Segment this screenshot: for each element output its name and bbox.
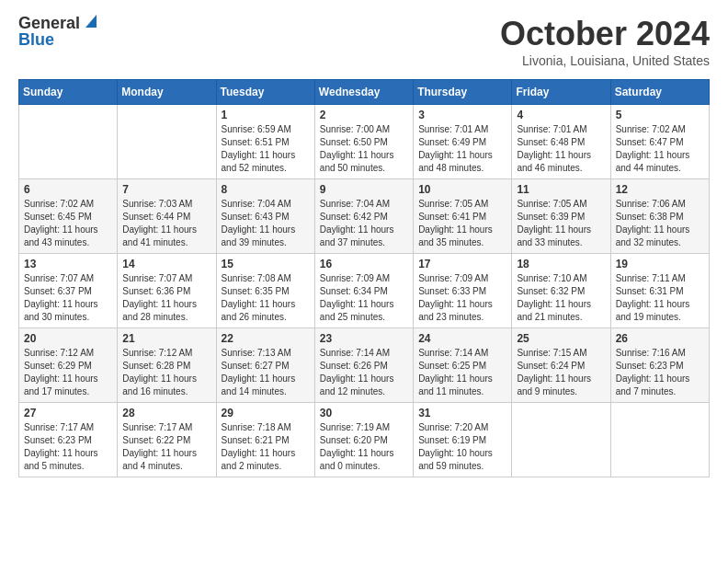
day-info: Sunrise: 7:03 AM Sunset: 6:44 PM Dayligh… <box>122 198 210 249</box>
day-cell-30: 30Sunrise: 7:19 AM Sunset: 6:20 PM Dayli… <box>314 403 413 477</box>
day-info: Sunrise: 7:01 AM Sunset: 6:49 PM Dayligh… <box>418 123 506 175</box>
day-cell-17: 17Sunrise: 7:09 AM Sunset: 6:33 PM Dayli… <box>414 254 512 328</box>
weekday-header-friday: Friday <box>512 80 610 105</box>
day-number: 22 <box>222 332 310 345</box>
day-number: 29 <box>222 407 310 419</box>
week-row-2: 6Sunrise: 7:02 AM Sunset: 6:45 PM Daylig… <box>19 179 710 254</box>
day-info: Sunrise: 7:01 AM Sunset: 6:48 PM Dayligh… <box>517 123 605 175</box>
day-number: 6 <box>24 183 112 196</box>
weekday-header-row: SundayMondayTuesdayWednesdayThursdayFrid… <box>19 80 710 105</box>
day-info: Sunrise: 7:07 AM Sunset: 6:37 PM Dayligh… <box>24 272 112 324</box>
day-cell-19: 19Sunrise: 7:11 AM Sunset: 6:31 PM Dayli… <box>610 254 709 328</box>
title-area: October 2024 Livonia, Louisiana, United … <box>500 15 710 68</box>
day-cell-23: 23Sunrise: 7:14 AM Sunset: 6:26 PM Dayli… <box>314 328 413 403</box>
day-cell-11: 11Sunrise: 7:05 AM Sunset: 6:39 PM Dayli… <box>512 179 610 254</box>
week-row-4: 20Sunrise: 7:12 AM Sunset: 6:29 PM Dayli… <box>19 328 710 403</box>
day-cell-4: 4Sunrise: 7:01 AM Sunset: 6:48 PM Daylig… <box>512 105 610 179</box>
day-cell-28: 28Sunrise: 7:17 AM Sunset: 6:22 PM Dayli… <box>118 403 216 477</box>
day-info: Sunrise: 7:02 AM Sunset: 6:45 PM Dayligh… <box>24 198 112 249</box>
day-cell-18: 18Sunrise: 7:10 AM Sunset: 6:32 PM Dayli… <box>512 254 610 328</box>
day-number: 9 <box>320 183 408 196</box>
day-number: 11 <box>517 183 605 196</box>
day-number: 4 <box>517 109 605 121</box>
day-cell-9: 9Sunrise: 7:04 AM Sunset: 6:42 PM Daylig… <box>314 179 413 254</box>
day-info: Sunrise: 7:16 AM Sunset: 6:23 PM Dayligh… <box>616 347 704 398</box>
day-number: 13 <box>24 258 112 270</box>
weekday-header-monday: Monday <box>118 80 216 105</box>
day-info: Sunrise: 7:17 AM Sunset: 6:22 PM Dayligh… <box>122 421 210 473</box>
day-cell-13: 13Sunrise: 7:07 AM Sunset: 6:37 PM Dayli… <box>19 254 118 328</box>
day-number: 21 <box>122 332 210 345</box>
header: General Blue October 2024 Livonia, Louis… <box>18 15 710 68</box>
day-info: Sunrise: 7:20 AM Sunset: 6:19 PM Dayligh… <box>418 421 506 473</box>
day-number: 30 <box>320 407 408 419</box>
day-info: Sunrise: 7:05 AM Sunset: 6:41 PM Dayligh… <box>418 198 506 249</box>
day-cell-2: 2Sunrise: 7:00 AM Sunset: 6:50 PM Daylig… <box>314 105 413 179</box>
day-cell-25: 25Sunrise: 7:15 AM Sunset: 6:24 PM Dayli… <box>512 328 610 403</box>
logo-general: General <box>18 15 80 31</box>
day-info: Sunrise: 7:13 AM Sunset: 6:27 PM Dayligh… <box>222 347 310 398</box>
day-cell-1: 1Sunrise: 6:59 AM Sunset: 6:51 PM Daylig… <box>216 105 314 179</box>
day-number: 19 <box>616 258 704 270</box>
day-cell-27: 27Sunrise: 7:17 AM Sunset: 6:23 PM Dayli… <box>19 403 118 477</box>
day-number: 12 <box>616 183 704 196</box>
day-number: 1 <box>222 109 310 121</box>
day-number: 24 <box>418 332 506 345</box>
day-number: 31 <box>418 407 506 419</box>
logo-triangle-icon <box>82 15 97 28</box>
calendar-table: SundayMondayTuesdayWednesdayThursdayFrid… <box>18 79 710 477</box>
empty-cell <box>512 403 610 477</box>
day-info: Sunrise: 7:00 AM Sunset: 6:50 PM Dayligh… <box>320 123 408 175</box>
day-info: Sunrise: 7:04 AM Sunset: 6:42 PM Dayligh… <box>320 198 408 249</box>
logo: General Blue <box>18 15 97 48</box>
day-cell-3: 3Sunrise: 7:01 AM Sunset: 6:49 PM Daylig… <box>414 105 512 179</box>
day-info: Sunrise: 7:02 AM Sunset: 6:47 PM Dayligh… <box>616 123 704 175</box>
day-info: Sunrise: 7:05 AM Sunset: 6:39 PM Dayligh… <box>517 198 605 249</box>
day-cell-24: 24Sunrise: 7:14 AM Sunset: 6:25 PM Dayli… <box>414 328 512 403</box>
day-number: 27 <box>24 407 112 419</box>
week-row-1: 1Sunrise: 6:59 AM Sunset: 6:51 PM Daylig… <box>19 105 710 179</box>
day-number: 10 <box>418 183 506 196</box>
empty-cell <box>19 105 118 179</box>
day-info: Sunrise: 7:09 AM Sunset: 6:33 PM Dayligh… <box>418 272 506 324</box>
day-number: 23 <box>320 332 408 345</box>
day-cell-22: 22Sunrise: 7:13 AM Sunset: 6:27 PM Dayli… <box>216 328 314 403</box>
day-info: Sunrise: 7:11 AM Sunset: 6:31 PM Dayligh… <box>616 272 704 324</box>
weekday-header-thursday: Thursday <box>414 80 512 105</box>
day-number: 3 <box>418 109 506 121</box>
day-cell-21: 21Sunrise: 7:12 AM Sunset: 6:28 PM Dayli… <box>118 328 216 403</box>
day-cell-29: 29Sunrise: 7:18 AM Sunset: 6:21 PM Dayli… <box>216 403 314 477</box>
day-cell-10: 10Sunrise: 7:05 AM Sunset: 6:41 PM Dayli… <box>414 179 512 254</box>
day-number: 7 <box>122 183 210 196</box>
location: Livonia, Louisiana, United States <box>500 53 710 68</box>
day-number: 16 <box>320 258 408 270</box>
day-number: 5 <box>616 109 704 121</box>
logo-blue: Blue <box>18 31 54 48</box>
day-info: Sunrise: 7:14 AM Sunset: 6:26 PM Dayligh… <box>320 347 408 398</box>
day-cell-14: 14Sunrise: 7:07 AM Sunset: 6:36 PM Dayli… <box>118 254 216 328</box>
weekday-header-saturday: Saturday <box>610 80 709 105</box>
month-title: October 2024 <box>500 15 710 53</box>
weekday-header-wednesday: Wednesday <box>314 80 413 105</box>
day-cell-12: 12Sunrise: 7:06 AM Sunset: 6:38 PM Dayli… <box>610 179 709 254</box>
day-cell-15: 15Sunrise: 7:08 AM Sunset: 6:35 PM Dayli… <box>216 254 314 328</box>
day-info: Sunrise: 7:09 AM Sunset: 6:34 PM Dayligh… <box>320 272 408 324</box>
day-cell-6: 6Sunrise: 7:02 AM Sunset: 6:45 PM Daylig… <box>19 179 118 254</box>
day-number: 17 <box>418 258 506 270</box>
day-number: 15 <box>222 258 310 270</box>
empty-cell <box>118 105 216 179</box>
day-cell-26: 26Sunrise: 7:16 AM Sunset: 6:23 PM Dayli… <box>610 328 709 403</box>
day-number: 2 <box>320 109 408 121</box>
day-cell-5: 5Sunrise: 7:02 AM Sunset: 6:47 PM Daylig… <box>610 105 709 179</box>
day-info: Sunrise: 7:12 AM Sunset: 6:28 PM Dayligh… <box>122 347 210 398</box>
day-number: 20 <box>24 332 112 345</box>
day-number: 25 <box>517 332 605 345</box>
empty-cell <box>610 403 709 477</box>
weekday-header-tuesday: Tuesday <box>216 80 314 105</box>
day-number: 8 <box>222 183 310 196</box>
day-cell-7: 7Sunrise: 7:03 AM Sunset: 6:44 PM Daylig… <box>118 179 216 254</box>
day-info: Sunrise: 7:17 AM Sunset: 6:23 PM Dayligh… <box>24 421 112 473</box>
day-info: Sunrise: 7:12 AM Sunset: 6:29 PM Dayligh… <box>24 347 112 398</box>
day-info: Sunrise: 7:06 AM Sunset: 6:38 PM Dayligh… <box>616 198 704 249</box>
day-info: Sunrise: 7:04 AM Sunset: 6:43 PM Dayligh… <box>222 198 310 249</box>
